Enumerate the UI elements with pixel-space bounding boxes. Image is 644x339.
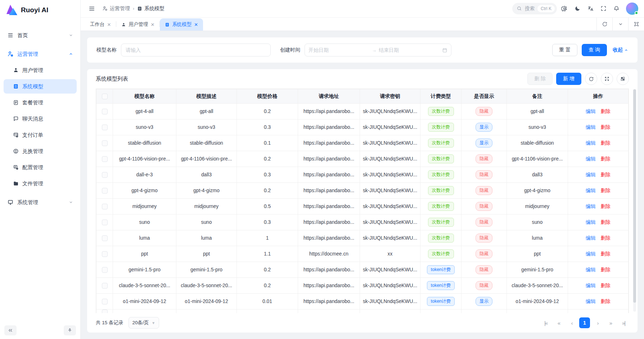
row-checkbox[interactable] — [102, 220, 108, 225]
edit-link[interactable]: 编辑 — [586, 156, 596, 162]
tab-user-mgmt[interactable]: 用户管理 ✕ — [116, 18, 159, 31]
language-button[interactable] — [585, 3, 596, 14]
model-name-input[interactable] — [121, 44, 271, 56]
jump-back-button[interactable]: « — [553, 317, 564, 328]
notifications-button[interactable] — [611, 3, 622, 14]
fullscreen-icon — [600, 5, 607, 12]
sidebar-item-config-mgmt[interactable]: 配置管理 — [4, 160, 77, 175]
row-delete-link[interactable]: 删除 — [601, 251, 611, 257]
edit-link[interactable]: 编辑 — [586, 283, 596, 288]
global-search[interactable]: 搜索 Ctrl K — [512, 3, 557, 14]
row-delete-link[interactable]: 删除 — [601, 172, 611, 177]
sidebar-item-payment-orders[interactable]: 支付订单 — [4, 128, 77, 142]
prev-page-button[interactable]: ‹ — [566, 317, 577, 328]
row-delete-link[interactable]: 删除 — [601, 188, 611, 193]
row-checkbox[interactable] — [102, 299, 108, 304]
column-settings-button[interactable] — [617, 73, 629, 85]
close-tab-icon[interactable]: ✕ — [194, 22, 198, 27]
close-tab-icon[interactable]: ✕ — [150, 22, 154, 27]
row-delete-link[interactable]: 删除 — [601, 109, 611, 114]
tab-system-model[interactable]: 系统模型 ✕ — [160, 18, 203, 31]
edit-link[interactable]: 编辑 — [586, 204, 596, 209]
edit-link[interactable]: 编辑 — [586, 188, 596, 193]
table-refresh-button[interactable] — [585, 73, 597, 85]
row-delete-link[interactable]: 删除 — [601, 235, 611, 241]
sidebar-item-user-mgmt[interactable]: 用户管理 — [4, 63, 77, 77]
row-delete-link[interactable]: 删除 — [601, 283, 611, 288]
row-checkbox[interactable] — [102, 267, 108, 273]
table-scrollbar[interactable] — [633, 89, 636, 312]
tab-menu-button[interactable] — [612, 18, 628, 31]
visibility-badge: 隐藏 — [476, 186, 492, 195]
edit-link[interactable]: 编辑 — [586, 299, 596, 304]
row-checkbox[interactable] — [102, 140, 108, 146]
fullscreen-button[interactable] — [598, 3, 609, 14]
tab-workbench[interactable]: 工作台 ✕ — [85, 18, 116, 31]
row-delete-link[interactable]: 删除 — [601, 267, 611, 272]
sidebar-item-system-mgmt[interactable]: 系统管理 — [4, 195, 77, 209]
jump-forward-button[interactable]: » — [605, 317, 616, 328]
collapse-filter-link[interactable]: 收起 — [613, 47, 628, 53]
first-page-button[interactable]: |« — [540, 317, 551, 328]
document-list-icon — [165, 22, 170, 27]
pin-sidebar-button[interactable] — [64, 325, 76, 335]
row-delete-link[interactable]: 删除 — [601, 140, 611, 146]
row-checkbox[interactable] — [102, 109, 108, 114]
edit-link[interactable]: 编辑 — [586, 251, 596, 257]
content-fullscreen-button[interactable] — [628, 18, 644, 31]
select-all-checkbox[interactable] — [102, 94, 108, 99]
row-checkbox[interactable] — [102, 235, 108, 241]
row-checkbox[interactable] — [102, 172, 108, 178]
page-size-select[interactable]: 20条/页 ▼ — [129, 317, 159, 329]
current-page[interactable]: 1 — [579, 317, 590, 328]
edit-link[interactable]: 编辑 — [586, 109, 596, 114]
collapse-sidebar-button[interactable] — [4, 325, 17, 335]
sidebar-item-system-model[interactable]: 系统模型 — [4, 79, 77, 94]
reset-button[interactable]: 重 置 — [552, 44, 577, 56]
row-checkbox[interactable] — [102, 204, 108, 209]
breadcrumb-current[interactable]: 系统模型 — [137, 5, 165, 12]
edit-link[interactable]: 编辑 — [586, 220, 596, 225]
table-fullscreen-button[interactable] — [601, 73, 613, 85]
batch-delete-button[interactable]: 删 除 — [527, 73, 553, 85]
sidebar-item-chat-messages[interactable]: 聊天消息 — [4, 112, 77, 126]
dark-mode-button[interactable] — [572, 3, 583, 14]
scrollbar-thumb[interactable] — [633, 89, 636, 303]
sidebar-item-redeem-mgmt[interactable]: 兑换管理 — [4, 144, 77, 158]
refresh-icon — [602, 21, 608, 27]
row-checkbox[interactable] — [102, 125, 108, 130]
refresh-tab-button[interactable] — [596, 18, 612, 31]
close-tab-icon[interactable]: ✕ — [107, 22, 111, 27]
row-delete-link[interactable]: 删除 — [601, 220, 611, 225]
row-checkbox[interactable] — [102, 156, 108, 162]
date-range-picker[interactable]: → — [305, 44, 451, 56]
edit-link[interactable]: 编辑 — [586, 125, 596, 130]
sidebar-item-file-mgmt[interactable]: 文件管理 — [4, 176, 77, 191]
row-delete-link[interactable]: 删除 — [601, 299, 611, 304]
edit-link[interactable]: 编辑 — [586, 140, 596, 146]
row-delete-link[interactable]: 删除 — [601, 156, 611, 162]
row-delete-link[interactable]: 删除 — [601, 125, 611, 130]
next-page-button[interactable]: › — [592, 317, 603, 328]
row-checkbox[interactable] — [102, 188, 108, 194]
last-page-button[interactable]: »| — [618, 317, 629, 328]
user-avatar[interactable] — [626, 3, 638, 15]
search-placeholder: 搜索 — [525, 5, 535, 12]
row-checkbox[interactable] — [102, 251, 108, 257]
start-date-input[interactable] — [309, 47, 370, 53]
query-button[interactable]: 查 询 — [582, 44, 607, 56]
sidebar-item-package-mgmt[interactable]: 套餐管理 — [4, 95, 77, 110]
add-button[interactable]: 新 增 — [556, 73, 581, 85]
breadcrumb-parent[interactable]: 运营管理 — [102, 5, 130, 12]
row-delete-link[interactable]: 删除 — [601, 204, 611, 209]
settings-button[interactable] — [559, 3, 570, 14]
edit-link[interactable]: 编辑 — [586, 235, 596, 241]
toggle-sidebar-button[interactable] — [86, 3, 97, 14]
sidebar-item-operations[interactable]: 运营管理 — [4, 47, 77, 61]
sidebar-item-home[interactable]: 首页 — [4, 28, 77, 42]
edit-link[interactable]: 编辑 — [586, 172, 596, 177]
row-checkbox[interactable] — [102, 283, 108, 289]
edit-link[interactable]: 编辑 — [586, 267, 596, 272]
end-date-input[interactable] — [379, 47, 440, 53]
table-row: o1-mini-2024-09-12 o1-mini-2024-09-12 0.… — [96, 294, 629, 309]
